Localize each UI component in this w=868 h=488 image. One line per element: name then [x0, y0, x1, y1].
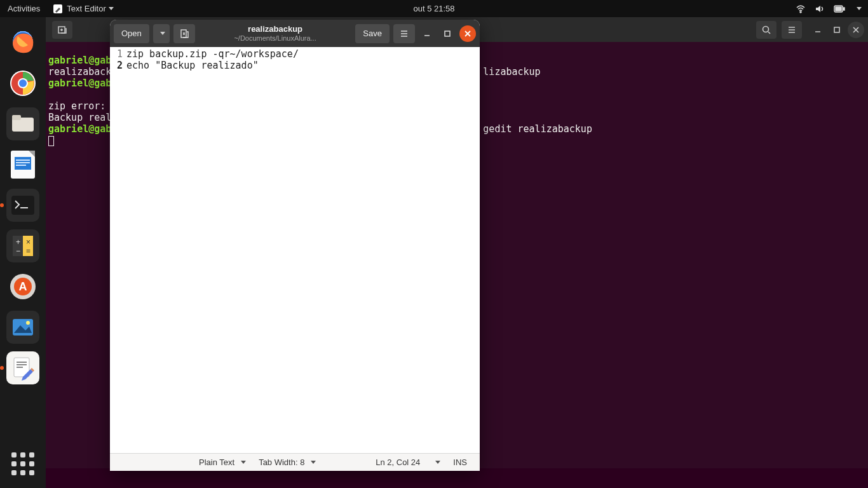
svg-rect-15	[16, 162, 30, 163]
svg-point-9	[19, 79, 27, 87]
svg-rect-3	[843, 8, 844, 10]
close-button[interactable]	[848, 22, 864, 38]
close-icon	[464, 30, 471, 37]
dock-gedit[interactable]	[6, 351, 39, 384]
chevron-down-icon	[241, 461, 246, 464]
dock-terminal[interactable]	[6, 189, 39, 222]
svg-text:×: ×	[26, 238, 31, 247]
new-document-button[interactable]	[173, 24, 195, 43]
filepath-label: ~/Documents/LinuxAlura...	[199, 34, 352, 43]
dock-firefox[interactable]	[6, 26, 39, 59]
svg-point-29	[26, 321, 30, 325]
editor-text[interactable]: zip backup.zip -qr~/workspace/echo "Back…	[126, 47, 299, 453]
maximize-button[interactable]	[439, 25, 456, 42]
chevron-down-icon	[435, 461, 440, 464]
syntax-selector[interactable]: Plain Text	[193, 458, 252, 467]
svg-rect-14	[16, 159, 30, 161]
dock-files[interactable]	[6, 107, 39, 140]
insert-mode[interactable]: INS	[447, 458, 473, 467]
svg-rect-31	[17, 362, 27, 363]
terminal-cursor	[48, 136, 54, 146]
chevron-down-icon	[857, 7, 862, 10]
tab-width-selector[interactable]: Tab Width: 8	[252, 458, 322, 467]
close-button[interactable]	[459, 25, 476, 42]
hamburger-icon	[787, 25, 797, 35]
svg-rect-33	[17, 367, 23, 368]
new-doc-icon	[179, 29, 189, 39]
dock-libreoffice-writer[interactable]	[6, 148, 39, 181]
svg-text:−: −	[16, 247, 20, 255]
chevron-down-icon	[160, 32, 165, 35]
new-tab-button[interactable]	[52, 21, 72, 39]
line-menu[interactable]	[426, 461, 447, 464]
wifi-icon	[796, 4, 806, 14]
gnome-top-bar: Activities Text Editor out 5 21:58	[0, 0, 868, 17]
svg-rect-11	[12, 115, 21, 120]
volume-icon	[815, 4, 825, 14]
clock[interactable]: out 5 21:58	[413, 4, 454, 13]
svg-text:=: =	[26, 247, 31, 255]
chevron-down-icon	[109, 7, 114, 10]
open-button[interactable]: Open	[114, 24, 149, 43]
dock-chrome[interactable]	[6, 67, 39, 100]
show-applications-button[interactable]	[11, 452, 34, 475]
text-editor-icon	[53, 4, 63, 14]
editor-area[interactable]: 1 2 zip backup.zip -qr~/workspace/echo "…	[110, 47, 480, 453]
gedit-title: realizabackup ~/Documents/LinuxAlura...	[199, 25, 352, 43]
dock-calculator[interactable]: +−×=	[6, 229, 39, 262]
svg-rect-37	[181, 30, 186, 37]
filename-label: realizabackup	[199, 25, 352, 34]
save-button[interactable]: Save	[355, 24, 390, 43]
svg-text:A: A	[19, 280, 27, 293]
svg-rect-16	[16, 165, 26, 166]
gedit-headerbar: Open realizabackup ~/Documents/LinuxAlur…	[110, 20, 480, 47]
svg-rect-4	[836, 7, 841, 11]
dock: +−×= A	[0, 17, 46, 488]
svg-rect-28	[13, 319, 33, 336]
svg-text:+: +	[16, 238, 20, 247]
search-icon	[761, 25, 771, 35]
line-number-gutter: 1 2	[110, 47, 126, 453]
battery-icon	[834, 4, 845, 13]
app-menu[interactable]: Text Editor	[48, 4, 118, 14]
chevron-down-icon	[311, 461, 316, 464]
hamburger-icon	[399, 29, 409, 39]
svg-point-35	[763, 26, 769, 32]
dock-software-updater[interactable]: A	[6, 270, 39, 303]
maximize-button[interactable]	[829, 22, 845, 38]
svg-point-1	[800, 11, 801, 13]
minimize-button[interactable]	[419, 25, 435, 42]
system-status-area[interactable]	[796, 4, 868, 14]
dock-shotwell[interactable]	[6, 311, 39, 344]
svg-rect-18	[20, 207, 28, 208]
app-menu-label: Text Editor	[67, 4, 105, 13]
minimize-button[interactable]	[810, 22, 826, 38]
svg-rect-36	[834, 27, 839, 32]
open-recent-button[interactable]	[153, 24, 170, 43]
hamburger-menu-button[interactable]	[782, 21, 802, 39]
svg-rect-38	[445, 31, 450, 36]
cursor-position: Ln 2, Col 24	[369, 458, 426, 467]
svg-rect-32	[17, 364, 27, 365]
hamburger-menu-button[interactable]	[393, 24, 415, 43]
close-icon	[852, 26, 860, 34]
gedit-window: Open realizabackup ~/Documents/LinuxAlur…	[110, 20, 480, 471]
activities-button[interactable]: Activities	[0, 4, 48, 13]
status-bar: Plain Text Tab Width: 8 Ln 2, Col 24 INS	[110, 453, 480, 471]
search-button[interactable]	[756, 21, 776, 39]
svg-rect-17	[11, 196, 34, 215]
